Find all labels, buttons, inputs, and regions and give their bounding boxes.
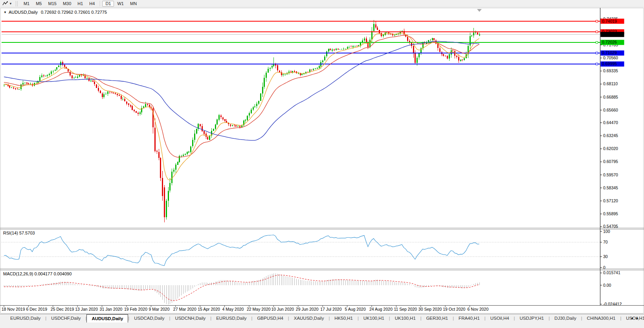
chart-title: ▼AUDUSD,Daily0.72692 0.72962 0.72601 0.7… xyxy=(4,10,107,15)
toolbar-grip[interactable] xyxy=(16,1,18,6)
toolbar-separator xyxy=(100,1,100,6)
line-endpoint-marker xyxy=(596,31,598,33)
rsi-tick-label: 70 xyxy=(603,240,608,244)
date-tick-label: 25 Dec 2019 xyxy=(51,307,74,312)
chart-tab-dj30-daily[interactable]: DJ30,Daily xyxy=(550,314,581,322)
chart-tabs-bar: EURUSD,Daily|USDCHF,Daily|AUDUSD,Daily|U… xyxy=(0,314,644,328)
chart-tab-audusd-daily[interactable]: AUDUSD,Daily xyxy=(86,314,128,323)
chart-tab-uk100-h1[interactable]: UK100,H1 xyxy=(390,314,420,322)
date-tick-label: 24 Aug 2020 xyxy=(369,307,393,312)
timeframe-button-w1[interactable]: W1 xyxy=(114,1,127,7)
chart-tab-usdjpy-h1[interactable]: USDJPY,H1 xyxy=(515,314,549,322)
macd-tick-label: 0.00 xyxy=(603,283,611,288)
chart-tab-eurusd-daily[interactable]: EURUSD,Daily xyxy=(6,314,45,322)
macd-tick-label: 0.015741 xyxy=(603,270,620,275)
date-tick-label: 5 Aug 2020 xyxy=(345,307,366,312)
price-badge-label: 0.71029 xyxy=(602,50,617,55)
timeframe-button-m30[interactable]: M30 xyxy=(60,1,74,7)
timeframe-button-m15[interactable]: M15 xyxy=(45,1,59,7)
date-tick-label: 19 Feb 2020 xyxy=(124,307,147,312)
tab-scroll-right-icon[interactable]: ► xyxy=(636,316,642,320)
price-tick-label: 0.58345 xyxy=(603,185,618,190)
price-tick-label: 0.65660 xyxy=(603,108,618,112)
date-tick-label: 17 Jul 2020 xyxy=(320,307,341,312)
chart-tab-usdcnh-daily[interactable]: USDCNH,Daily xyxy=(170,314,210,322)
price-tick-label: 0.62020 xyxy=(603,146,618,151)
chart-tab-usdcad-daily[interactable]: USDCAD,Daily xyxy=(129,314,169,322)
price-badge-label: 0.72026 xyxy=(602,40,617,44)
timeframe-button-h4[interactable]: H4 xyxy=(86,1,98,7)
price-tick-label: 0.55895 xyxy=(603,211,618,216)
chart-canvas[interactable]: 0.742350.717850.705600.693350.681100.668… xyxy=(0,0,644,328)
date-tick-label: 30 Sep 2020 xyxy=(418,307,442,312)
timeframe-button-m5[interactable]: M5 xyxy=(33,1,45,7)
timeframe-toolbar: M1M5M15M30H1H4D1W1MN xyxy=(20,0,140,7)
chart-menu-triangle-icon[interactable]: ▼ xyxy=(4,11,7,14)
tool-dropdown-caret-icon[interactable]: ▼ xyxy=(9,2,12,5)
chart-tab-hk50-h1[interactable]: HK50,H1 xyxy=(330,314,358,322)
price-tick-label: 0.57120 xyxy=(603,198,618,203)
rsi-indicator-label: RSI(14) 57.5703 xyxy=(3,231,35,235)
price-tick-label: 0.60795 xyxy=(603,159,618,164)
chart-symbol-label: AUDUSD,Daily xyxy=(9,10,38,15)
date-tick-label: 11 Sep 2020 xyxy=(394,307,417,312)
chart-tab-xauusd-daily[interactable]: XAUUSD,Daily xyxy=(289,314,329,322)
tab-scroll-arrows[interactable]: ◄► xyxy=(630,316,642,320)
date-tick-label: 15 Apr 2020 xyxy=(198,307,220,312)
price-badge-label: 0.69995 xyxy=(602,61,617,66)
rsi-tick-label: 0 xyxy=(603,265,605,270)
timeframe-button-mn[interactable]: MN xyxy=(127,1,140,7)
top-toolbar: ▼ M1M5M15M30H1H4D1W1MN xyxy=(0,0,644,7)
chart-tab-china300-h1[interactable]: CHINA300,H1 xyxy=(582,314,620,322)
mt4-terminal-window: 0.742350.717850.705600.693350.681100.668… xyxy=(0,0,644,328)
date-tick-label: 29 Jun 2020 xyxy=(296,307,319,312)
price-tick-label: 0.69335 xyxy=(603,68,618,73)
chart-tab-gbpusd-h4[interactable]: GBPUSD,H4 xyxy=(252,314,288,322)
price-badge-label: 0.72775 xyxy=(602,32,617,37)
price-tick-label: 0.66885 xyxy=(603,95,618,99)
line-endpoint-marker xyxy=(596,20,598,22)
line-endpoint-marker xyxy=(596,63,598,65)
chart-tab-usoil-h4[interactable]: USOil,H4 xyxy=(486,314,514,322)
date-tick-label: 19 Oct 2020 xyxy=(443,307,465,312)
date-tick-label: 31 Jan 2020 xyxy=(100,307,123,312)
line-endpoint-marker xyxy=(596,52,598,54)
macd-tick-label: -0.024412 xyxy=(603,302,622,306)
price-tick-label: 0.68110 xyxy=(603,81,618,86)
timeframe-button-m1[interactable]: M1 xyxy=(20,1,33,7)
price-tick-label: 0.63245 xyxy=(603,133,618,138)
date-tick-label: 6 Nov 2020 xyxy=(468,307,489,312)
chart-ohlc-values: 0.72692 0.72962 0.72601 0.72775 xyxy=(41,10,107,15)
date-tick-label: 9 Mar 2020 xyxy=(149,307,169,312)
date-tick-label: 10 Jun 2020 xyxy=(271,307,294,312)
date-tick-label: 18 Nov 2019 xyxy=(2,307,25,312)
rsi-tick-label: 100 xyxy=(603,229,610,234)
timeframe-button-d1[interactable]: D1 xyxy=(102,1,114,7)
price-badge-label: 0.74019 xyxy=(602,19,617,24)
rsi-tick-label: 30 xyxy=(603,254,608,259)
date-tick-label: 4 May 2020 xyxy=(222,307,244,312)
chart-tabs-list: EURUSD,Daily|USDCHF,Daily|AUDUSD,Daily|U… xyxy=(0,314,644,323)
macd-indicator-label: MACD(12,26,9) 0.004177 0.004090 xyxy=(3,271,72,276)
chart-tab-fra40-h1[interactable]: FRA40,H1 xyxy=(454,314,484,322)
tab-scroll-left-icon[interactable]: ◄ xyxy=(630,316,636,320)
date-tick-label: 22 May 2020 xyxy=(247,307,271,312)
chart-tools-icon[interactable] xyxy=(2,1,9,6)
price-tick-label: 0.64470 xyxy=(603,120,618,125)
chart-tab-eurusd-daily[interactable]: EURUSD,Daily xyxy=(211,314,251,322)
price-tick-label: 0.59570 xyxy=(603,172,618,177)
date-tick-label: 6 Dec 2019 xyxy=(26,307,47,312)
chart-tab-usdchf-daily[interactable]: USDCHF,Daily xyxy=(46,314,85,322)
price-tick-label: 0.54705 xyxy=(603,224,618,229)
timeframe-button-h1[interactable]: H1 xyxy=(74,1,86,7)
line-endpoint-marker xyxy=(596,41,598,43)
chart-tab-ger30-h1[interactable]: GER30,H1 xyxy=(422,314,453,322)
chart-tab-uk100-h1[interactable]: UK100,H1 xyxy=(359,314,389,322)
price-tick-label: 0.70560 xyxy=(603,55,618,60)
date-tick-label: 27 Mar 2020 xyxy=(173,307,196,312)
date-tick-label: 13 Jan 2020 xyxy=(75,307,98,312)
